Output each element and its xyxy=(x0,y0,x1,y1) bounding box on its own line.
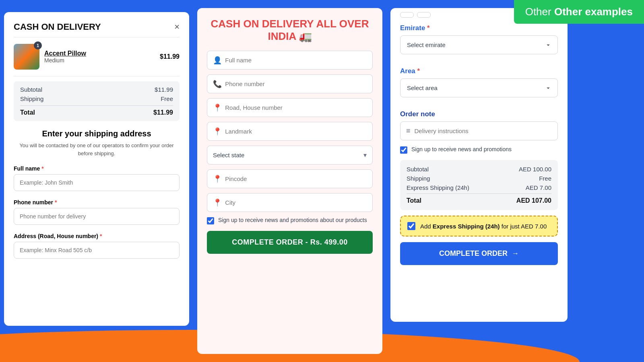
p3-total-label: Total xyxy=(407,197,421,204)
p3-shipping-label: Shipping xyxy=(407,175,430,182)
full-name-group: Full name * xyxy=(14,165,180,197)
city-field: 📍 xyxy=(207,193,373,212)
location-icon-4: 📍 xyxy=(213,198,221,207)
full-name-label: Full name * xyxy=(14,165,180,172)
other-examples-banner: Other Other examples xyxy=(514,0,644,24)
total-row: Total $11.99 xyxy=(20,105,173,116)
shipping-address-sub: You will be contacted by one of our oper… xyxy=(14,142,180,157)
address-input[interactable] xyxy=(14,242,180,259)
panel2-header: CASH ON DELIVERY ALL OVER INDIA 🚛 xyxy=(207,18,373,43)
full-name-field: 👤 xyxy=(207,51,373,70)
location-icon-3: 📍 xyxy=(213,175,221,183)
product-name: Accent Pillow xyxy=(44,50,86,57)
p3-shipping-row: Shipping Free xyxy=(407,175,551,182)
product-info: Accent Pillow Medium xyxy=(44,50,86,64)
state-select[interactable]: Select state xyxy=(213,146,363,164)
delivery-instructions-field: ≡ xyxy=(400,121,558,140)
location-icon-2: 📍 xyxy=(213,127,221,136)
landmark-input[interactable] xyxy=(225,122,367,140)
shipping-value: Free xyxy=(161,95,173,102)
product-price: $11.99 xyxy=(160,53,180,60)
subtotal-value: $11.99 xyxy=(155,86,173,93)
location-icon-1: 📍 xyxy=(213,103,221,112)
total-label: Total xyxy=(20,109,35,116)
emirate-select-wrap: Select emirate xyxy=(400,35,558,61)
chevron-down-icon: ▾ xyxy=(363,151,367,159)
emirate-select[interactable]: Select emirate xyxy=(400,35,558,54)
complete-order-button-3[interactable]: COMPLETE ORDER → xyxy=(400,242,558,265)
express-shipping-text: Add Express Shipping (24h) for just AED … xyxy=(420,223,547,230)
phone-input-2[interactable] xyxy=(225,75,367,93)
complete-order-button[interactable]: COMPLETE ORDER - Rs. 499.00 xyxy=(207,231,373,254)
landmark-field: 📍 xyxy=(207,122,373,141)
signup-checkbox-3[interactable] xyxy=(400,146,407,154)
tab-2[interactable] xyxy=(417,12,431,18)
arrow-right-icon: → xyxy=(512,249,519,258)
lines-icon: ≡ xyxy=(406,127,411,135)
subtotal-label: Subtotal xyxy=(20,86,42,93)
signup-label-3: Sign up to receive news and promotions xyxy=(411,146,512,152)
product-row: 1 Accent Pillow Medium $11.99 xyxy=(14,44,180,76)
person-icon: 👤 xyxy=(213,56,221,65)
phone-icon: 📞 xyxy=(213,80,221,88)
panel2-title: CASH ON DELIVERY ALL OVER INDIA 🚛 xyxy=(207,18,373,43)
state-select-field: Select state ▾ xyxy=(207,146,373,165)
shipping-label: Shipping xyxy=(20,95,43,102)
area-select-wrap: Select area xyxy=(400,78,558,104)
p3-subtotal-value: AED 100.00 xyxy=(519,166,551,173)
panels-wrapper: CASH ON DELIVERY × 1 Accent Pillow Mediu… xyxy=(0,0,644,362)
p3-subtotal-label: Subtotal xyxy=(407,166,429,173)
panel3-totals: Subtotal AED 100.00 Shipping Free Expres… xyxy=(400,160,558,210)
p3-total-value: AED 107.00 xyxy=(516,197,551,204)
p3-shipping-value: Free xyxy=(539,175,551,182)
signup-label: Sign up to receive news and promotions a… xyxy=(218,217,367,223)
full-name-input-2[interactable] xyxy=(225,51,367,69)
address-group: Address (Road, House number) * xyxy=(14,233,180,265)
address-label: Address (Road, House number) * xyxy=(14,233,180,239)
p3-express-value: AED 7.00 xyxy=(526,184,551,191)
total-value: $11.99 xyxy=(153,109,173,116)
shipping-address-title: Enter your shipping address xyxy=(14,129,180,138)
signup-checkbox-row: Sign up to receive news and promotions a… xyxy=(207,217,373,224)
phone-input[interactable] xyxy=(14,208,180,225)
subtotal-row: Subtotal $11.99 xyxy=(20,86,173,93)
express-shipping-box: Add Express Shipping (24h) for just AED … xyxy=(400,216,558,237)
signup-checkbox[interactable] xyxy=(207,217,214,224)
shipping-row: Shipping Free xyxy=(20,95,173,102)
city-input[interactable] xyxy=(225,193,367,212)
emirate-label: Emirate * xyxy=(400,24,558,32)
panel-uae: Emirate * Select emirate Area * Select a… xyxy=(390,8,568,322)
full-name-input[interactable] xyxy=(14,174,180,191)
panel-india-cod: CASH ON DELIVERY ALL OVER INDIA 🚛 👤 📞 📍 … xyxy=(197,8,382,354)
signup-checkbox-row-3: Sign up to receive news and promotions xyxy=(400,146,558,154)
phone-label: Phone number * xyxy=(14,199,180,206)
p3-total-row: Total AED 107.00 xyxy=(407,193,551,204)
pincode-input[interactable] xyxy=(225,170,367,188)
complete-order-label: COMPLETE ORDER xyxy=(439,249,508,258)
area-select[interactable]: Select area xyxy=(400,78,558,97)
product-badge: 1 xyxy=(34,41,42,49)
panel-cash-on-delivery: CASH ON DELIVERY × 1 Accent Pillow Mediu… xyxy=(4,12,189,326)
phone-field: 📞 xyxy=(207,74,373,93)
area-label: Area * xyxy=(400,67,558,75)
p3-express-label: Express Shipping (24h) xyxy=(407,184,469,191)
express-shipping-checkbox[interactable] xyxy=(407,222,415,230)
pincode-field: 📍 xyxy=(207,169,373,188)
product-variant: Medium xyxy=(44,57,86,64)
p3-express-row: Express Shipping (24h) AED 7.00 xyxy=(407,184,551,191)
road-input[interactable] xyxy=(225,99,367,117)
close-button[interactable]: × xyxy=(174,22,180,32)
panel1-header: CASH ON DELIVERY × xyxy=(14,22,180,37)
panel1-title: CASH ON DELIVERY xyxy=(14,22,101,32)
delivery-instructions-input[interactable] xyxy=(415,122,552,140)
phone-number-group: Phone number * xyxy=(14,199,180,231)
order-note-label: Order note xyxy=(400,110,558,118)
road-field: 📍 xyxy=(207,98,373,117)
product-image-wrap: 1 xyxy=(14,44,39,70)
tab-1[interactable] xyxy=(400,12,414,18)
panel1-totals: Subtotal $11.99 Shipping Free Total $11.… xyxy=(14,81,180,121)
p3-subtotal-row: Subtotal AED 100.00 xyxy=(407,166,551,173)
